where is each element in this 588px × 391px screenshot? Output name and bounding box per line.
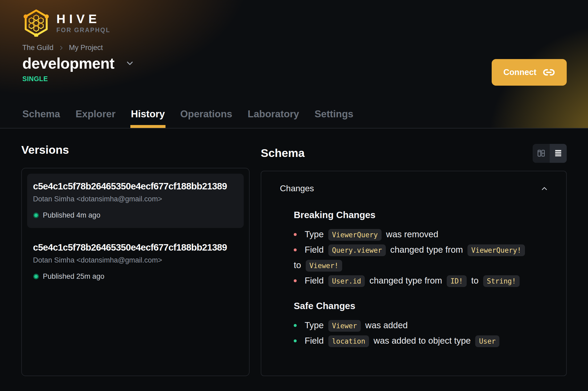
connect-label: Connect	[503, 68, 536, 77]
changes-section-title: Breaking Changes	[294, 209, 549, 221]
tab-history[interactable]: History	[131, 108, 165, 128]
diff-view-button[interactable]	[533, 144, 550, 163]
version-status: Published 4m ago	[33, 211, 238, 219]
change-item: Field User.id changed type from ID! to S…	[294, 273, 549, 289]
version-card[interactable]: c5e4c1c5f78b26465350e4ecf677cf188bb21389…	[27, 235, 244, 289]
wordmark: HIVE FOR GRAPHQL	[56, 13, 110, 33]
changes-list: Type Viewer was added Field location was…	[294, 318, 549, 349]
tab-explorer[interactable]: Explorer	[76, 108, 115, 128]
change-item: Type ViewerQuery was removed	[294, 227, 549, 242]
safe-bullet-icon	[294, 324, 297, 327]
columns-icon	[537, 149, 546, 158]
version-author: Dotan Simha <dotansimha@gmail.com>	[33, 195, 238, 203]
connect-button[interactable]: Connect	[492, 59, 567, 86]
hive-logo[interactable]: HIVE FOR GRAPHQL	[22, 9, 110, 37]
code-chip: ViewerQuery	[328, 229, 382, 241]
target-selector: development	[22, 55, 567, 72]
changes-list: Type ViewerQuery was removed Field Query…	[294, 227, 549, 289]
change-item: Field Query.viewer changed type from Vie…	[294, 242, 549, 273]
code-chip: Viewer	[328, 320, 361, 332]
breadcrumb: The Guild My Project	[22, 44, 567, 52]
hive-logo-icon	[22, 9, 50, 37]
change-text: was added	[365, 320, 408, 330]
changes-panel: Changes Breaking Changes Type ViewerQuer…	[261, 171, 567, 376]
published-dot-icon	[34, 214, 38, 217]
chevron-right-icon	[58, 45, 64, 51]
schema-header: Schema	[261, 144, 567, 163]
code-chip: User	[475, 335, 499, 347]
breaking-bullet-icon	[294, 233, 297, 236]
brand-name: HIVE	[56, 13, 110, 25]
change-text: changed type from	[390, 245, 463, 255]
list-icon	[554, 149, 563, 158]
change-text: was removed	[386, 229, 438, 239]
breadcrumb-project[interactable]: My Project	[69, 44, 103, 52]
code-chip: String!	[483, 275, 520, 287]
tabs: SchemaExplorerHistoryOperationsLaborator…	[22, 108, 353, 128]
changes-section-title: Safe Changes	[294, 300, 549, 311]
code-chip: ID!	[447, 275, 467, 287]
version-status-text: Published 25m ago	[43, 272, 104, 281]
main-content: Versions c5e4c1c5f78b26465350e4ecf677cf1…	[0, 144, 588, 376]
schema-title: Schema	[261, 147, 305, 159]
tab-laboratory[interactable]: Laboratory	[248, 108, 299, 128]
change-text: Field	[305, 276, 324, 285]
breaking-bullet-icon	[294, 248, 297, 251]
tab-settings[interactable]: Settings	[314, 108, 353, 128]
version-author: Dotan Simha <dotansimha@gmail.com>	[33, 256, 238, 264]
link-icon	[543, 66, 555, 78]
code-chip: Viewer!	[306, 260, 342, 272]
version-hash: c5e4c1c5f78b26465350e4ecf677cf188bb21389	[33, 242, 238, 253]
target-type-badge: SINGLE	[22, 75, 567, 83]
published-dot-icon	[34, 275, 38, 278]
brand-tagline: FOR GRAPHQL	[56, 27, 110, 33]
version-status-text: Published 4m ago	[43, 211, 100, 219]
chevron-down-icon[interactable]	[125, 59, 135, 68]
change-text: Field	[305, 245, 324, 255]
change-text: Field	[305, 336, 324, 346]
change-text: changed type from	[369, 276, 442, 285]
tab-operations[interactable]: Operations	[180, 108, 232, 128]
change-text: Type	[305, 320, 324, 330]
breadcrumb-org[interactable]: The Guild	[22, 44, 53, 52]
versions-list: c5e4c1c5f78b26465350e4ecf677cf188bb21389…	[21, 168, 250, 376]
code-chip: Query.viewer	[328, 244, 386, 256]
code-chip: location	[328, 335, 369, 347]
page-title: development	[22, 55, 114, 72]
safe-bullet-icon	[294, 339, 297, 342]
changes-collapse-header[interactable]: Changes	[280, 184, 549, 193]
schema-column: Schema	[261, 144, 567, 376]
change-text: to	[471, 276, 479, 285]
code-chip: User.id	[328, 275, 365, 287]
header: HIVE FOR GRAPHQL The Guild My Project de…	[0, 0, 588, 128]
version-hash: c5e4c1c5f78b26465350e4ecf677cf188bb21389	[33, 181, 238, 192]
change-text: Type	[305, 229, 324, 239]
code-chip: ViewerQuery!	[467, 244, 525, 256]
changes-body: Breaking Changes Type ViewerQuery was re…	[294, 209, 549, 349]
changes-section: Safe Changes Type Viewer was added Field…	[294, 300, 549, 349]
changes-label: Changes	[280, 184, 314, 193]
breaking-bullet-icon	[294, 279, 297, 282]
changes-section: Breaking Changes Type ViewerQuery was re…	[294, 209, 549, 289]
view-toggle	[533, 144, 567, 163]
version-status: Published 25m ago	[33, 272, 238, 281]
chevron-up-icon	[540, 184, 549, 193]
versions-column: Versions c5e4c1c5f78b26465350e4ecf677cf1…	[21, 144, 250, 376]
change-text: to	[294, 260, 301, 270]
change-item: Type Viewer was added	[294, 318, 549, 333]
list-view-button[interactable]	[550, 144, 567, 163]
version-card[interactable]: c5e4c1c5f78b26465350e4ecf677cf188bb21389…	[27, 174, 244, 228]
change-text: was added to object type	[374, 336, 471, 346]
versions-title: Versions	[21, 144, 250, 156]
change-item: Field location was added to object type …	[294, 333, 549, 349]
tab-schema[interactable]: Schema	[22, 108, 60, 128]
